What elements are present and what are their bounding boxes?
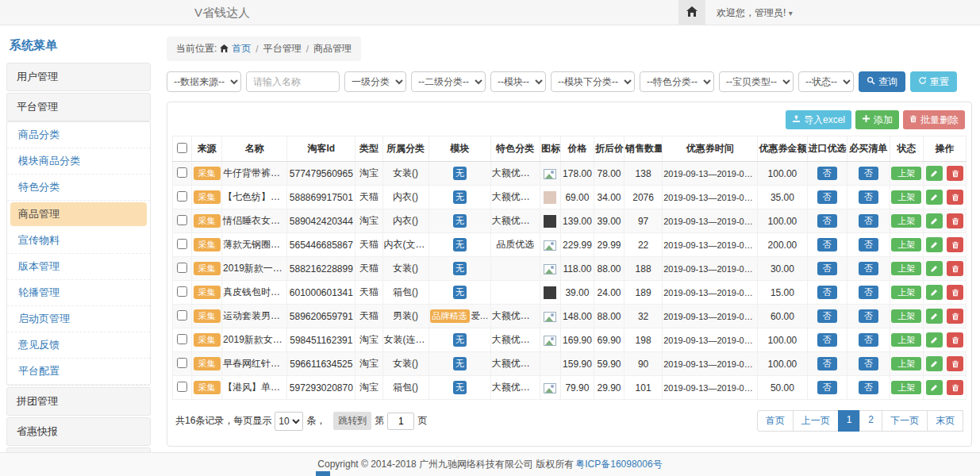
sidebar-item[interactable]: 拼团管理 <box>6 387 151 416</box>
edit-button[interactable] <box>926 166 943 181</box>
row-checkbox[interactable] <box>177 167 187 178</box>
status-badge[interactable]: 上架 <box>891 238 921 251</box>
add-button[interactable]: 添加 <box>855 110 899 129</box>
filter-select[interactable]: --特色分类-- <box>640 71 714 92</box>
edit-button[interactable] <box>926 332 943 347</box>
home-button[interactable] <box>678 0 705 25</box>
row-checkbox[interactable] <box>177 382 187 392</box>
status-badge[interactable]: 上架 <box>891 262 921 275</box>
edit-button[interactable] <box>926 380 943 395</box>
filter-select[interactable]: --二级分类-- <box>411 71 486 92</box>
sidebar-subitem[interactable]: 特色分类 <box>7 175 150 201</box>
status-badge[interactable]: 上架 <box>891 190 921 204</box>
edit-button[interactable] <box>926 213 943 228</box>
pagination-page[interactable]: 末页 <box>927 410 963 432</box>
row-checkbox[interactable] <box>177 310 187 321</box>
sidebar-subitem[interactable]: 宣传物料 <box>7 228 150 254</box>
edit-button[interactable] <box>926 190 943 205</box>
must-buy-badge[interactable]: 否 <box>859 167 878 180</box>
delete-button[interactable] <box>947 213 963 228</box>
import-select-badge[interactable]: 否 <box>817 309 837 323</box>
sidebar-subitem[interactable]: 意见反馈 <box>7 332 150 359</box>
sidebar-subitem[interactable]: 商品分类 <box>7 122 150 148</box>
sidebar-subitem[interactable]: 启动页管理 <box>7 306 150 332</box>
must-buy-badge[interactable]: 否 <box>859 286 878 299</box>
row-checkbox[interactable] <box>177 286 187 297</box>
source-select[interactable]: --数据来源-- <box>167 71 241 92</box>
status-badge[interactable]: 上架 <box>891 167 921 180</box>
delete-button[interactable] <box>947 261 963 276</box>
filter-select[interactable]: --状态-- <box>798 71 854 92</box>
row-checkbox[interactable] <box>177 334 187 344</box>
import-excel-button[interactable]: 导入excel <box>786 110 851 129</box>
import-select-badge[interactable]: 否 <box>817 262 837 275</box>
row-checkbox[interactable] <box>177 263 187 273</box>
must-buy-badge[interactable]: 否 <box>859 333 878 347</box>
must-buy-badge[interactable]: 否 <box>859 190 878 204</box>
delete-button[interactable] <box>947 332 963 347</box>
user-menu[interactable]: 欢迎您，管理员! ▾ <box>705 6 804 20</box>
must-buy-badge[interactable]: 否 <box>859 238 878 251</box>
pagination-page[interactable]: 1 <box>838 410 861 432</box>
pagination-page[interactable]: 上一页 <box>793 410 839 432</box>
sidebar-subitem[interactable]: 商品管理 <box>10 202 147 226</box>
filter-select[interactable]: --模块-- <box>490 71 546 92</box>
sidebar-subitem[interactable]: 平台配置 <box>7 359 150 385</box>
batch-delete-button[interactable]: 批量删除 <box>903 110 965 129</box>
import-select-badge[interactable]: 否 <box>817 190 837 204</box>
import-select-badge[interactable]: 否 <box>817 167 837 180</box>
sidebar-item[interactable]: 省惠快报 <box>6 417 151 446</box>
import-select-badge[interactable]: 否 <box>817 381 837 394</box>
sidebar-subitem[interactable]: 版本管理 <box>7 254 150 280</box>
import-select-badge[interactable]: 否 <box>817 357 837 370</box>
must-buy-badge[interactable]: 否 <box>859 214 878 228</box>
edit-button[interactable] <box>926 285 943 300</box>
row-checkbox[interactable] <box>177 239 187 249</box>
jump-page-input[interactable] <box>387 413 414 430</box>
import-select-badge[interactable]: 否 <box>817 333 837 347</box>
must-buy-badge[interactable]: 否 <box>859 357 878 370</box>
must-buy-badge[interactable]: 否 <box>859 262 878 275</box>
edit-button[interactable] <box>926 309 943 324</box>
status-badge[interactable]: 上架 <box>891 286 921 299</box>
filter-select[interactable]: --宝贝类型-- <box>719 71 794 92</box>
name-search-input[interactable] <box>246 71 340 92</box>
status-badge[interactable]: 上架 <box>891 381 921 394</box>
import-select-badge[interactable]: 否 <box>817 238 837 251</box>
row-checkbox[interactable] <box>177 215 187 225</box>
pagination-page[interactable]: 下一页 <box>882 410 928 432</box>
sidebar-item[interactable]: 用户管理 <box>6 63 151 91</box>
sidebar-item[interactable]: 平台管理 <box>6 93 151 121</box>
status-badge[interactable]: 上架 <box>891 333 921 347</box>
row-checkbox[interactable] <box>177 191 187 202</box>
edit-button[interactable] <box>926 237 943 252</box>
import-select-badge[interactable]: 否 <box>817 286 837 299</box>
reset-button[interactable]: 重置 <box>910 71 957 92</box>
pagination-page[interactable]: 2 <box>859 410 882 432</box>
sidebar-subitem[interactable]: 轮播管理 <box>7 280 150 306</box>
icp-link[interactable]: 粤ICP备16098006号 <box>575 458 662 471</box>
breadcrumb-home-link[interactable]: 首页 <box>232 42 251 56</box>
delete-button[interactable] <box>947 166 963 181</box>
delete-button[interactable] <box>947 356 963 371</box>
select-all-checkbox[interactable] <box>177 143 187 153</box>
delete-button[interactable] <box>947 380 963 395</box>
pagination-page[interactable]: 首页 <box>757 410 794 432</box>
status-badge[interactable]: 上架 <box>891 214 921 228</box>
query-button[interactable]: 查询 <box>859 71 905 92</box>
edit-button[interactable] <box>926 356 943 371</box>
delete-button[interactable] <box>947 190 963 205</box>
filter-select[interactable]: 一级分类 <box>344 71 406 92</box>
delete-button[interactable] <box>947 285 963 300</box>
status-badge[interactable]: 上架 <box>891 357 921 370</box>
filter-select[interactable]: --模块下分类-- <box>551 71 635 92</box>
delete-button[interactable] <box>947 237 963 252</box>
jump-to-button[interactable]: 跳转到 <box>333 412 371 430</box>
delete-button[interactable] <box>947 309 963 324</box>
edit-button[interactable] <box>926 261 943 276</box>
import-select-badge[interactable]: 否 <box>817 214 837 228</box>
must-buy-badge[interactable]: 否 <box>859 381 878 394</box>
must-buy-badge[interactable]: 否 <box>859 309 878 323</box>
page-size-select[interactable]: 10 <box>275 412 303 431</box>
sidebar-subitem[interactable]: 模块商品分类 <box>7 148 150 175</box>
